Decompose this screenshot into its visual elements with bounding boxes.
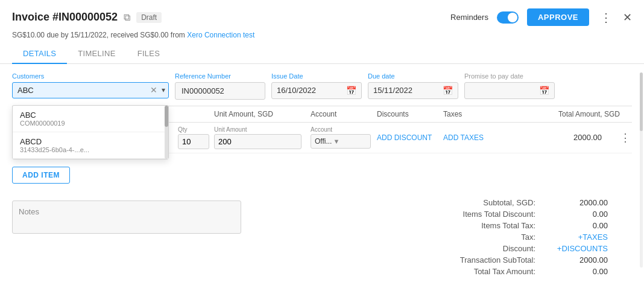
items-tax-label: Items Total Tax: (415, 221, 535, 230)
dropdown-item-abcd[interactable]: ABCD 31433d25-6b0a-4-...e... (13, 132, 168, 159)
reference-input[interactable] (175, 82, 265, 100)
due-date-value: 15/11/2022 (373, 86, 439, 95)
add-item-button[interactable]: ADD ITEM (12, 167, 70, 184)
items-discount-row: Items Total Discount: 0.00 (415, 210, 608, 219)
line-item-qty: Qty (178, 126, 214, 149)
items-tax-value: 0.00 (560, 221, 608, 230)
items-discount-value: 0.00 (560, 210, 608, 219)
content-area: Customers ✕ ▾ ABC COM00000019 ABCD 31433… (0, 64, 644, 309)
customer-dropdown: ABC COM00000019 ABCD 31433d25-6b0a-4-...… (12, 105, 169, 159)
customer-input[interactable] (17, 86, 150, 95)
line-item-taxes: ADD TAXES (443, 133, 491, 142)
total-tax-label: Total Tax Amount: (415, 267, 535, 276)
totals-section: Subtotal, SGD: 2000.00 Items Total Disco… (415, 198, 632, 276)
modal-container: Invoice #IN00000052 ⧉ Draft Reminders AP… (0, 0, 644, 308)
modal-header: Invoice #IN00000052 ⧉ Draft Reminders AP… (0, 0, 644, 30)
qty-input[interactable] (178, 134, 209, 149)
tax-row: Tax: +TAXES (415, 233, 608, 242)
content-scrollbar-thumb (640, 72, 643, 131)
xero-link[interactable]: Xero Connection test (187, 31, 254, 39)
line-item-total: 2000.00 (491, 133, 620, 142)
bottom-section: Notes Subtotal, SGD: 2000.00 Items Total… (12, 192, 632, 276)
add-taxes-button[interactable]: ADD TAXES (443, 133, 484, 142)
subtotal-row: Subtotal, SGD: 2000.00 (415, 198, 608, 207)
subtotal-label: Subtotal, SGD: (415, 198, 535, 207)
account-select[interactable]: Offi... ▼ (311, 134, 371, 149)
due-date-field-group: Due date 15/11/2022 📅 (368, 72, 458, 99)
promise-date-label: Promise to pay date (464, 72, 555, 80)
tax-add-link[interactable]: +TAXES (560, 233, 608, 242)
add-item-section: ADD ITEM (12, 159, 632, 184)
account-select-text: Offi... (315, 137, 332, 146)
due-date-calendar-icon[interactable]: 📅 (443, 86, 453, 95)
unit-amount-input[interactable] (214, 134, 301, 149)
issue-date-label: Issue Date (271, 72, 362, 80)
copy-icon[interactable]: ⧉ (124, 12, 130, 23)
notes-section: Notes (12, 201, 241, 276)
customer-chevron-icon[interactable]: ▾ (162, 86, 165, 94)
col-header-account: Account (311, 110, 377, 118)
dropdown-scrollbar-thumb (165, 106, 168, 127)
tabs-row: DETAILS TIMELINE FILES (0, 44, 644, 64)
items-discount-label: Items Total Discount: (415, 210, 535, 219)
dropdown-item-abc[interactable]: ABC COM00000019 (13, 106, 168, 132)
close-button[interactable]: ✕ (623, 11, 632, 24)
tax-label: Tax: (415, 233, 535, 242)
qty-label: Qty (178, 126, 214, 133)
total-tax-value: 0.00 (560, 267, 608, 276)
reference-field-group: Reference Number (175, 72, 265, 100)
customer-label: Customers (12, 72, 169, 80)
line-item-menu: ⋮ (620, 131, 632, 144)
tab-files[interactable]: FILES (127, 44, 171, 64)
transaction-subtotal-value: 2000.00 (560, 255, 608, 265)
issue-date-calendar-icon[interactable]: 📅 (346, 86, 356, 95)
tab-details[interactable]: DETAILS (12, 44, 67, 64)
subtotal-value: 2000.00 (560, 198, 608, 207)
col-header-taxes: Taxes (443, 110, 491, 118)
dropdown-scrollbar[interactable] (165, 106, 168, 159)
reminders-label: Reminders (450, 13, 488, 22)
promise-date-wrapper[interactable]: 📅 (464, 82, 555, 99)
draft-badge: Draft (136, 12, 162, 23)
subheader-text: SG$10.00 due by 15/11/2022, received SG$… (12, 31, 185, 39)
subheader: SG$10.00 due by 15/11/2022, received SG$… (0, 30, 644, 44)
transaction-subtotal-label: Transaction SubTotal: (415, 255, 535, 265)
form-row: Customers ✕ ▾ ABC COM00000019 ABCD 31433… (12, 72, 632, 100)
promise-date-field-group: Promise to pay date 📅 (464, 72, 555, 99)
customer-clear-icon[interactable]: ✕ (150, 85, 157, 95)
promise-date-calendar-icon[interactable]: 📅 (539, 86, 549, 95)
due-date-wrapper[interactable]: 15/11/2022 📅 (368, 82, 458, 99)
dropdown-item-name-abcd: ABCD (20, 137, 161, 146)
items-tax-row: Items Total Tax: 0.00 (415, 221, 608, 230)
total-tax-row: Total Tax Amount: 0.00 (415, 267, 608, 276)
header-left: Invoice #IN00000052 ⧉ Draft (12, 11, 162, 24)
unit-label: Unit Amount (214, 126, 311, 133)
discount-add-link[interactable]: +DISCOUNTS (557, 244, 608, 253)
due-date-label: Due date (368, 72, 458, 80)
dropdown-item-sub-abcd: 31433d25-6b0a-4-...e... (20, 146, 161, 153)
dropdown-item-sub-abc: COM00000019 (20, 120, 161, 127)
notes-placeholder: Notes (19, 207, 39, 216)
tab-timeline[interactable]: TIMELINE (67, 44, 126, 64)
col-header-unit: Unit Amount, SGD (214, 110, 311, 118)
customer-field-group: Customers ✕ ▾ ABC COM00000019 ABCD 31433… (12, 72, 169, 98)
add-discount-button[interactable]: ADD DISCOUNT (377, 133, 432, 142)
issue-date-wrapper[interactable]: 16/10/2022 📅 (271, 82, 362, 99)
line-item-account: Account Offi... ▼ (311, 126, 377, 149)
line-item-unit: Unit Amount (214, 126, 311, 149)
reference-label: Reference Number (175, 72, 265, 80)
line-item-dots-button[interactable]: ⋮ (620, 131, 631, 144)
account-select-chevron-icon: ▼ (333, 138, 339, 145)
more-options-button[interactable]: ⋮ (598, 10, 614, 25)
line-item-discount: ADD DISCOUNT (377, 133, 443, 142)
invoice-title: Invoice #IN00000052 (12, 11, 118, 24)
customer-input-wrapper[interactable]: ✕ ▾ (12, 82, 169, 98)
transaction-subtotal-row: Transaction SubTotal: 2000.00 (415, 255, 608, 265)
reminders-toggle[interactable] (497, 11, 519, 24)
notes-box[interactable]: Notes (12, 201, 241, 234)
content-scrollbar[interactable] (640, 72, 643, 268)
header-right: Reminders APPROVE ⋮ ✕ (450, 8, 632, 26)
discount-row: Discount: +DISCOUNTS (415, 244, 608, 253)
col-header-discounts: Discounts (377, 110, 443, 118)
approve-button[interactable]: APPROVE (527, 8, 589, 26)
